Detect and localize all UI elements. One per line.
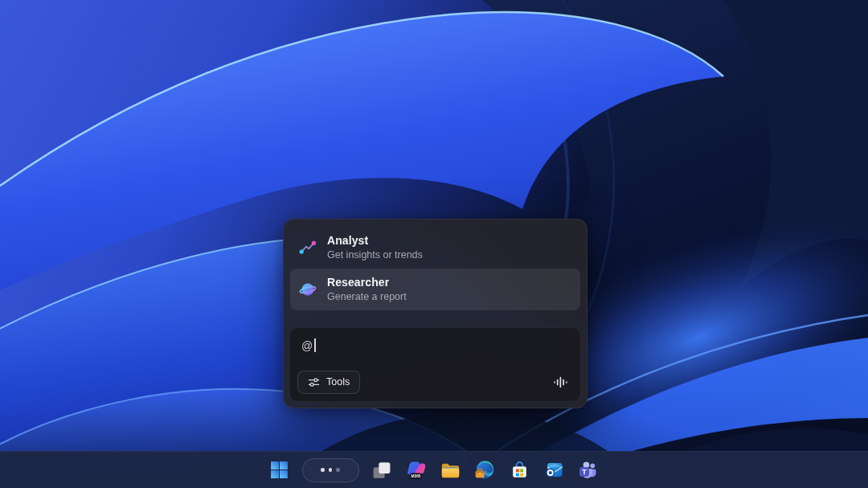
menu-item-text: Researcher Generate a report [327,276,407,304]
task-view-icon [371,460,392,481]
typed-text: @ [301,339,313,352]
store-icon [509,459,530,481]
start-button[interactable] [268,458,292,482]
task-view-button[interactable] [370,458,394,482]
text-caret [314,338,316,352]
teams-icon: T [578,459,600,481]
input-controls: Tools [297,370,571,394]
tools-button[interactable]: Tools [297,371,360,394]
svg-text:M365: M365 [411,474,420,478]
menu-item-title: Researcher [327,276,407,289]
microsoft-teams-button[interactable]: T [577,458,601,482]
tools-button-label: Tools [326,376,350,388]
m365-copilot-app-button[interactable]: M365 [404,458,428,482]
sliders-icon [308,376,320,388]
agent-menu: Analyst Get insights or trends [284,219,587,310]
trend-chart-icon [299,239,317,256]
voice-waveform-icon [552,375,567,390]
edge-icon [474,459,496,481]
typing-dot [329,468,333,472]
menu-item-analyst[interactable]: Analyst Get insights or trends [290,227,580,269]
microsoft-edge-button[interactable] [473,458,497,482]
menu-item-researcher[interactable]: Researcher Generate a report [290,269,580,310]
file-explorer-button[interactable] [439,458,463,482]
copilot-search-pill[interactable] [302,458,359,482]
prompt-input-value: @ [301,338,316,352]
menu-item-title: Analyst [327,234,423,248]
copilot-panel: Analyst Get insights or trends [283,219,588,408]
windows-logo-icon [269,460,289,480]
menu-item-subtitle: Get insights or trends [327,249,423,261]
prompt-input[interactable]: @ Tools [289,327,581,402]
menu-item-subtitle: Generate a report [327,291,407,303]
taskbar: M365 [0,451,868,488]
folder-icon [440,459,461,481]
m365-copilot-icon: M365 [405,459,427,481]
typing-dot [321,468,325,472]
outlook-icon [543,459,565,481]
menu-item-text: Analyst Get insights or trends [327,234,423,262]
planet-icon [299,281,317,298]
typing-dot [336,468,340,472]
outlook-button[interactable] [542,458,567,482]
voice-input-button[interactable] [547,370,571,394]
microsoft-store-button[interactable] [508,458,532,482]
svg-text:T: T [582,468,587,476]
